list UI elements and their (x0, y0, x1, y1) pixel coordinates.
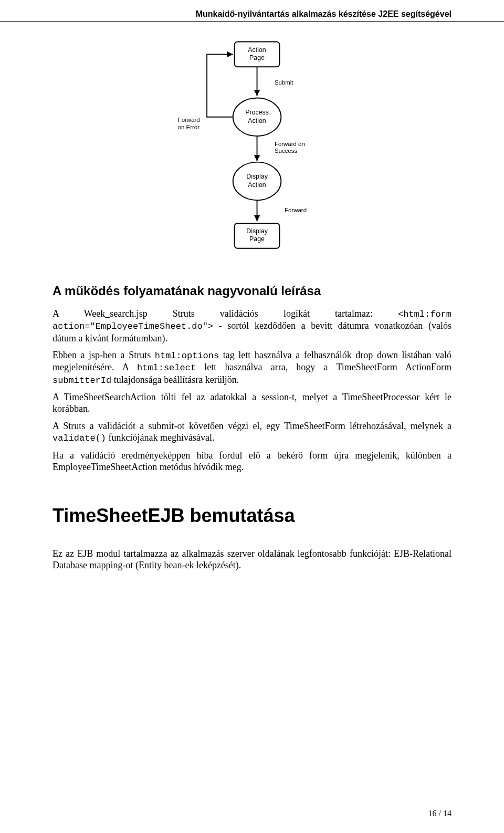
section1-p4a: A Struts a validációt a submit-ot követő… (52, 421, 452, 431)
section1-p4b: funkciójának meghívásával. (106, 432, 214, 443)
section2-p1: Ez az EJB modul tartalmazza az alkalmazá… (52, 548, 452, 571)
section1-p5: Ha a validáció eredményeképpen hiba ford… (52, 450, 452, 473)
section1-p1a: A Week_search.jsp Struts validációs logi… (52, 308, 398, 319)
section1-p4-code1: validate() (52, 433, 106, 443)
edge-forward-error (207, 54, 233, 117)
node-process-action-label2: Action (248, 117, 266, 124)
node-display-action-label1: Display (246, 173, 268, 180)
section1-p2a: Ebben a jsp-ben a Struts (52, 350, 155, 360)
node-process-action-label1: Process (245, 109, 269, 116)
edge-forward-success-label2: Success (275, 148, 298, 154)
body-content: A működés folyamatának nagyvonalú leírás… (52, 284, 452, 577)
node-display-page-label1: Display (246, 227, 268, 235)
edge-forward-label: Forward (285, 207, 307, 213)
section1-p2c: lett használva arra, hogy a TimeSheetFor… (196, 362, 452, 372)
section1-p3: A TimeSheetSearchAction tölti fel az ada… (52, 391, 452, 415)
edge-forward-success-label1: Forward on (275, 141, 305, 147)
section1-p2-code2: html:select (137, 363, 196, 373)
page: Munkaidő-nyilvántartás alkalmazás készít… (0, 0, 504, 833)
section1-p1: A Week_search.jsp Struts validációs logi… (52, 308, 452, 344)
running-header: Munkaidő-nyilvántartás alkalmazás készít… (196, 9, 452, 19)
edge-forward-error-label1: Forward (178, 117, 200, 123)
node-action-page-label2: Page (249, 54, 265, 61)
section1-heading: A működés folyamatának nagyvonalú leírás… (52, 284, 452, 298)
header-divider (0, 21, 504, 22)
figure-container: Action Page Submit Process Action Forwar… (0, 37, 504, 257)
section1-p2-code3: submitterId (52, 376, 111, 386)
section2-heading: TimeSheetEJB bemutatása (52, 505, 452, 527)
edge-forward-error-label2: on Error (178, 124, 200, 130)
edge-submit-label: Submit (275, 79, 293, 86)
section1-p2d: tulajdonsága beállításra kerüljön. (111, 374, 239, 385)
flowchart-figure: Action Page Submit Process Action Forwar… (142, 37, 362, 257)
section1-p2: Ebben a jsp-ben a Struts html:options ta… (52, 349, 452, 386)
node-display-page-label2: Page (249, 235, 265, 243)
page-number: 16 / 14 (428, 809, 452, 818)
node-action-page-label1: Action (248, 46, 266, 54)
node-display-action-label2: Action (248, 181, 266, 189)
section1-p2-code1: html:options (155, 351, 219, 361)
section1-p4: A Struts a validációt a submit-ot követő… (52, 420, 452, 444)
